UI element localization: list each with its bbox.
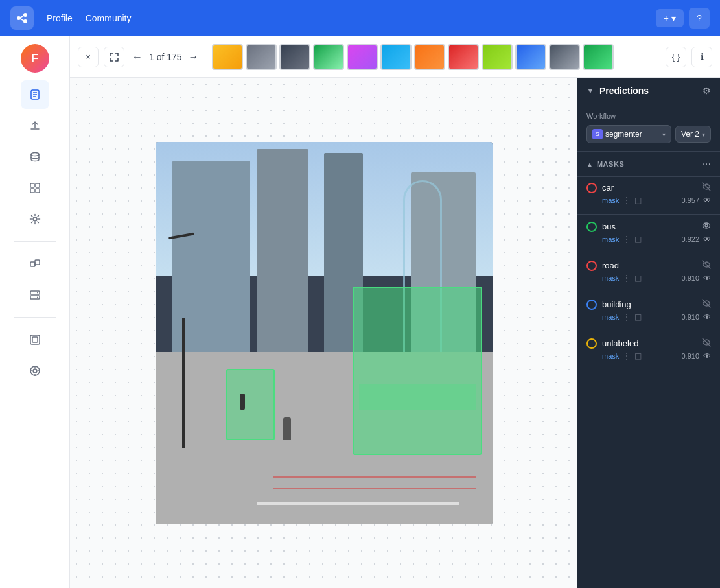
road-hide-button[interactable] [702,260,711,271]
database-icon [29,151,41,163]
thumbnail-1[interactable] [212,44,243,70]
thumbnail-4[interactable] [313,44,344,70]
road-eye-button[interactable]: 👁 [703,274,711,283]
car-eye-button[interactable]: 👁 [703,196,711,205]
thumbnail-9[interactable] [482,44,513,70]
unlabeled-mask-label[interactable]: mask [602,352,619,360]
svg-point-14 [33,217,37,221]
sidebar-item-upload[interactable] [21,112,49,140]
bus-more-icon[interactable]: ⋮ [623,235,631,244]
prediction-item-building: building mask ⋮ ◫ 0.910 [577,294,720,329]
sidebar-item-storage[interactable] [21,281,49,309]
layer-icon [29,334,41,346]
car-copy-icon[interactable]: ◫ [634,196,642,205]
unlabeled-eye-button[interactable]: 👁 [703,351,711,360]
help-button[interactable]: ? [689,8,710,29]
prediction-item-road: road mask ⋮ ◫ 0.910 � [577,255,720,290]
sidebar-item-transform[interactable] [21,250,49,278]
add-button[interactable]: + ▾ [656,9,684,27]
top-nav: Profile Community + ▾ ? [0,0,720,36]
workflow-select[interactable]: S segmenter ▾ [586,125,671,143]
next-button[interactable]: → [186,49,202,65]
avatar[interactable]: F [21,44,49,73]
storage-icon [29,289,41,301]
predictions-settings-button[interactable]: ⚙ [703,86,711,96]
svg-rect-11 [36,183,40,187]
canvas-image [156,142,493,524]
thumbnail-7[interactable] [414,44,445,70]
road-color-circle [586,261,597,271]
thumbnail-12[interactable] [583,44,614,70]
thumbnail-8[interactable] [448,44,479,70]
predictions-header: ▼ Predictions ⚙ [577,78,720,104]
building-copy-icon[interactable]: ◫ [634,312,642,322]
building-eye-button[interactable]: 👁 [703,312,711,322]
svg-point-24 [30,366,40,375]
sidebar-item-layer[interactable] [21,325,49,354]
counter-text: 1 of 175 [149,52,182,62]
info-button[interactable]: ℹ [691,47,712,67]
thumbnail-5[interactable] [347,44,378,70]
predictions-chevron: ▼ [586,86,594,95]
masks-more-button[interactable]: ··· [703,158,711,170]
bus-hide-button[interactable] [702,221,711,232]
svg-rect-10 [30,183,34,187]
bus-label: bus [602,222,697,231]
sidebar-item-settings[interactable] [21,205,49,233]
building-color-circle [586,300,597,310]
prev-button[interactable]: ← [130,49,145,65]
car-more-icon[interactable]: ⋮ [623,196,631,205]
toolbar: × ← 1 of 175 → [70,36,720,78]
road-mask-label[interactable]: mask [602,274,619,282]
expand-button[interactable] [104,47,124,67]
svg-point-20 [37,292,38,294]
road-more-icon[interactable]: ⋮ [623,274,631,283]
svg-point-9 [31,153,39,156]
road-score: 0.910 [681,274,699,282]
eye-slash-icon [702,182,711,191]
logo[interactable] [10,6,34,30]
bus-mask-label[interactable]: mask [602,235,619,243]
bus-eye-button[interactable]: 👁 [703,235,711,244]
road-copy-icon[interactable]: ◫ [634,274,642,283]
main-layout: F [0,36,720,588]
building-hide-button[interactable] [702,299,711,310]
gear-icon [29,213,41,225]
thumbnail-6[interactable] [380,44,412,70]
car-sub-row: mask ⋮ ◫ 0.957 👁 [586,193,711,207]
close-button[interactable]: × [78,47,99,67]
json-button[interactable]: { } [666,47,686,67]
bus-copy-icon[interactable]: ◫ [634,235,642,244]
prediction-label-row-road: road [586,260,711,271]
sidebar-item-database[interactable] [21,143,49,171]
bus-color-circle [586,222,597,232]
building-label: building [602,300,697,309]
divider-2 [577,253,720,253]
building-more-icon[interactable]: ⋮ [623,312,631,322]
unlabeled-more-icon[interactable]: ⋮ [623,351,631,360]
sidebar-item-labels[interactable] [21,174,49,202]
thumbnail-3[interactable] [279,44,310,70]
thumbnail-10[interactable] [515,44,546,70]
nav-community[interactable]: Community [86,13,132,23]
building-sub-row: mask ⋮ ◫ 0.910 👁 [586,310,711,324]
car-hide-button[interactable] [702,182,711,193]
unlabeled-copy-icon[interactable]: ◫ [634,351,642,360]
divider-4 [577,331,720,331]
car-mask-label[interactable]: mask [602,196,619,204]
predictions-title: Predictions [599,86,697,96]
sidebar-item-documents[interactable] [21,80,49,109]
left-sidebar: F [0,36,70,588]
car-color-circle [586,183,597,193]
svg-rect-23 [32,337,38,342]
unlabeled-hide-button[interactable] [702,338,711,349]
thumbnail-2[interactable] [246,44,277,70]
building-mask-label[interactable]: mask [602,313,619,321]
version-select[interactable]: Ver 2 ▾ [675,126,711,143]
svg-rect-15 [30,262,35,266]
nav-profile[interactable]: Profile [47,13,73,23]
sidebar-item-target[interactable] [21,357,49,385]
thumbnail-11[interactable] [549,44,580,70]
expand-icon [110,53,119,62]
svg-point-31 [705,224,708,227]
